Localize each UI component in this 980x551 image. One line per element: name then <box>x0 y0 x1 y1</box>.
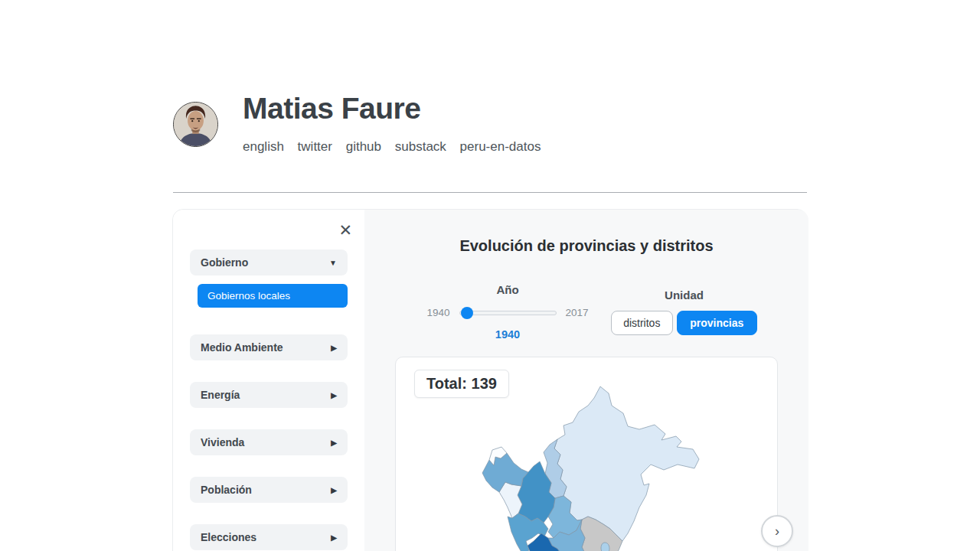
chevron-right-icon: ▶ <box>331 439 337 447</box>
unit-control: Unidad distritos provincias <box>611 289 757 335</box>
sidebar-item-label: Población <box>201 484 252 496</box>
chevron-right-icon: ▶ <box>331 344 337 352</box>
header-divider <box>173 192 807 193</box>
chevron-right-icon: › <box>775 523 779 540</box>
provincias-button[interactable]: provincias <box>677 311 757 335</box>
accordion-list: Gobierno ▼ Gobiernos locales Medio Ambie… <box>190 249 348 550</box>
visualization-panel: Evolución de provincias y distritos Año … <box>364 210 808 551</box>
region-loreto <box>554 386 699 541</box>
year-slider-row: 1940 2017 <box>395 307 620 318</box>
chevron-right-icon: ▶ <box>331 486 337 494</box>
year-label: Año <box>395 283 620 296</box>
sidebar-item-gobiernos-locales[interactable]: Gobiernos locales <box>198 284 348 308</box>
region-lambayeque <box>499 482 522 518</box>
page-title: Matias Faure <box>243 92 420 126</box>
chevron-right-icon: ▶ <box>331 533 337 542</box>
sidebar-item-label: Medio Ambiente <box>201 341 283 354</box>
sidebar-item-energia[interactable]: Energía ▶ <box>190 382 348 408</box>
close-icon[interactable]: ✕ <box>338 222 352 238</box>
link-github[interactable]: github <box>346 139 381 154</box>
year-control: Año 1940 2017 1940 <box>395 283 620 341</box>
filter-sidebar: ✕ Gobierno ▼ Gobiernos locales Medio Amb… <box>173 210 364 551</box>
year-min-label: 1940 <box>426 307 449 318</box>
avatar <box>173 102 218 147</box>
link-peru-en-datos[interactable]: peru-en-datos <box>460 139 541 154</box>
link-english[interactable]: english <box>243 139 284 154</box>
sidebar-item-label: Energía <box>201 389 240 401</box>
data-widget: ✕ Gobierno ▼ Gobiernos locales Medio Amb… <box>172 209 808 551</box>
sidebar-item-label: Gobierno <box>201 256 248 269</box>
slider-thumb[interactable] <box>461 307 473 319</box>
total-badge: Total: 139 <box>414 370 509 398</box>
avatar-illustration <box>174 103 217 146</box>
chevron-down-icon: ▼ <box>329 259 337 267</box>
unit-buttons: distritos provincias <box>611 311 757 335</box>
chevron-right-icon: ▶ <box>331 391 337 399</box>
header-links: english twitter github substack peru-en-… <box>243 139 550 155</box>
panel-title: Evolución de provincias y distritos <box>364 237 808 255</box>
sidebar-item-vivienda[interactable]: Vivienda ▶ <box>190 429 348 455</box>
sidebar-item-elecciones[interactable]: Elecciones ▶ <box>190 524 348 550</box>
sidebar-item-label: Vivienda <box>201 436 244 448</box>
distritos-button[interactable]: distritos <box>611 311 673 335</box>
sidebar-item-medio-ambiente[interactable]: Medio Ambiente ▶ <box>190 334 348 360</box>
next-button[interactable]: › <box>761 515 793 547</box>
year-slider[interactable] <box>459 311 557 315</box>
sidebar-item-poblacion[interactable]: Población ▶ <box>190 477 348 503</box>
sidebar-item-label: Elecciones <box>201 531 256 543</box>
year-max-label: 2017 <box>566 307 589 318</box>
year-value: 1940 <box>395 328 620 341</box>
link-substack[interactable]: substack <box>395 139 446 154</box>
sidebar-item-gobierno[interactable]: Gobierno ▼ <box>190 249 348 276</box>
map-card: Total: 139 › <box>395 357 778 551</box>
unit-label: Unidad <box>611 289 757 302</box>
link-twitter[interactable]: twitter <box>298 139 332 154</box>
active-item-label: Gobiernos locales <box>207 290 290 302</box>
